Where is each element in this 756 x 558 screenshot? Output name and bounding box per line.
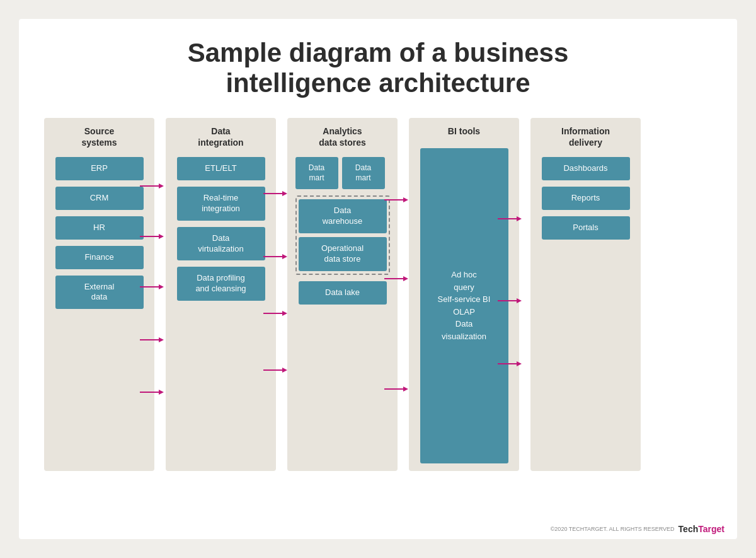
integration-virt: Datavirtualization <box>177 227 265 261</box>
source-header: Sourcesystems <box>81 125 117 148</box>
svg-marker-15 <box>282 311 287 316</box>
svg-marker-17 <box>282 368 287 373</box>
column-integration: Dataintegration ETL/ELT Real-timeintegra… <box>166 118 276 471</box>
bi-header: BI tools <box>448 125 480 137</box>
delivery-header: Informationdelivery <box>561 125 610 148</box>
title-line2: intelligence architecture <box>226 68 530 98</box>
column-source: Sourcesystems ERP CRM HR Finance Externa… <box>44 118 154 471</box>
analytics-mart2: Datamart <box>342 157 385 189</box>
diagram: Sourcesystems ERP CRM HR Finance Externa… <box>44 118 712 471</box>
svg-marker-23 <box>403 387 408 392</box>
source-hr: HR <box>55 216 144 240</box>
source-external: Externaldata <box>55 276 144 310</box>
svg-marker-11 <box>282 191 287 196</box>
svg-marker-5 <box>159 284 164 289</box>
analytics-mart1: Datamart <box>295 157 338 189</box>
analytics-lake: Data lake <box>299 281 387 305</box>
copyright-text: ©2020 TECHTARGET. ALL RIGHTS RESERVED <box>551 526 675 532</box>
delivery-reports: Reports <box>542 187 630 210</box>
bi-adhoc: Ad hocquery <box>425 269 503 293</box>
analytics-opstore: Operationaldata store <box>299 237 387 271</box>
svg-marker-3 <box>159 234 164 239</box>
footer: ©2020 TECHTARGET. ALL RIGHTS RESERVED Te… <box>551 524 724 534</box>
integration-header: Dataintegration <box>198 125 243 148</box>
analytics-header: Analyticsdata stores <box>319 125 366 148</box>
svg-marker-19 <box>403 197 408 202</box>
integration-profiling: Data profilingand cleansing <box>177 267 265 301</box>
bi-selfservice: Self-service BI <box>425 293 503 306</box>
analytics-marts: Datamart Datamart <box>295 157 390 189</box>
bi-olap: OLAP <box>425 306 503 318</box>
page-title: Sample diagram of a business intelligenc… <box>44 38 712 99</box>
title-line1: Sample diagram of a business <box>188 38 569 67</box>
svg-marker-21 <box>403 276 408 281</box>
integration-etl: ETL/ELT <box>177 157 265 180</box>
delivery-dashboards: Dashboards <box>542 157 630 180</box>
svg-marker-7 <box>159 337 164 342</box>
svg-marker-1 <box>159 183 164 189</box>
bi-large-box: Ad hocquery Self-service BI OLAP Datavis… <box>420 148 508 463</box>
bi-dataviz: Datavisualization <box>425 318 503 342</box>
svg-marker-13 <box>282 254 287 259</box>
brand-logo: TechTarget <box>679 524 724 534</box>
column-delivery: Informationdelivery Dashboards Reports P… <box>530 118 641 471</box>
source-erp: ERP <box>55 157 144 180</box>
integration-realtime: Real-timeintegration <box>177 187 265 221</box>
analytics-warehouse: Datawarehouse <box>299 199 387 233</box>
source-finance: Finance <box>55 246 144 269</box>
analytics-dashed-group: Datawarehouse Operationaldata store <box>295 195 390 275</box>
page: Sample diagram of a business intelligenc… <box>19 19 737 539</box>
delivery-portals: Portals <box>542 216 630 240</box>
source-crm: CRM <box>55 187 144 210</box>
column-bi: BI tools Ad hocquery Self-service BI OLA… <box>409 118 519 471</box>
svg-marker-9 <box>159 390 164 395</box>
column-analytics: Analyticsdata stores Datamart Datamart D… <box>287 118 398 471</box>
